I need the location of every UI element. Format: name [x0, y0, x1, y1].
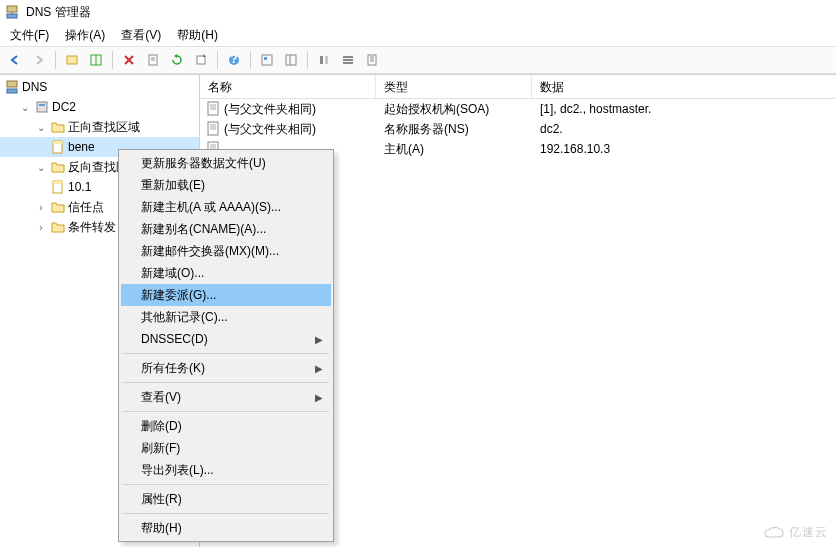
svg-rect-26 [7, 89, 17, 93]
filter-button-1[interactable] [256, 49, 278, 71]
filter-button-2[interactable] [280, 49, 302, 71]
watermark-text: 亿速云 [789, 524, 828, 541]
column-button-1[interactable] [313, 49, 335, 71]
toolbar-separator [250, 51, 251, 69]
export-button[interactable] [190, 49, 212, 71]
cell-type: 主机(A) [376, 141, 532, 158]
svg-rect-20 [343, 62, 353, 64]
ctx-all-tasks[interactable]: 所有任务(K)▶ [121, 357, 331, 379]
svg-rect-1 [7, 14, 17, 18]
menu-view[interactable]: 查看(V) [113, 25, 169, 46]
column-type[interactable]: 类型 [376, 75, 532, 98]
chevron-right-icon: ▶ [315, 334, 323, 345]
ctx-refresh[interactable]: 刷新(F) [121, 437, 331, 459]
cell-data: [1], dc2., hostmaster. [532, 102, 836, 116]
ctx-other-records[interactable]: 其他新记录(C)... [121, 306, 331, 328]
back-button[interactable] [4, 49, 26, 71]
window-title: DNS 管理器 [26, 4, 91, 21]
toolbar: ? [0, 46, 836, 74]
dns-icon [4, 79, 20, 95]
ctx-view[interactable]: 查看(V)▶ [121, 386, 331, 408]
svg-rect-19 [343, 59, 353, 61]
tree-label: 正向查找区域 [68, 119, 140, 136]
tree-root-dns[interactable]: DNS [0, 77, 199, 97]
cell-name: (与父文件夹相同) [224, 121, 316, 138]
record-icon [206, 121, 220, 137]
ctx-new-mx[interactable]: 新建邮件交换器(MX)(M)... [121, 240, 331, 262]
svg-rect-14 [286, 55, 296, 65]
ctx-new-host[interactable]: 新建主机(A 或 AAAA)(S)... [121, 196, 331, 218]
context-menu: 更新服务器数据文件(U) 重新加载(E) 新建主机(A 或 AAAA)(S)..… [118, 149, 334, 542]
column-data[interactable]: 数据 [532, 75, 836, 98]
svg-rect-32 [53, 181, 62, 184]
tree-dc2[interactable]: ⌄ DC2 [0, 97, 199, 117]
ctx-label: 查看(V) [141, 389, 181, 406]
toolbar-separator [307, 51, 308, 69]
toolbar-separator [217, 51, 218, 69]
tree-label: DNS [22, 80, 47, 94]
folder-icon [50, 159, 66, 175]
ctx-dnssec[interactable]: DNSSEC(D)▶ [121, 328, 331, 350]
new-container-button[interactable] [61, 49, 83, 71]
svg-rect-17 [325, 56, 328, 64]
svg-rect-3 [67, 56, 77, 64]
ctx-export[interactable]: 导出列表(L)... [121, 459, 331, 481]
column-name[interactable]: 名称 [200, 75, 376, 98]
svg-rect-28 [39, 104, 45, 106]
record-icon [206, 101, 220, 117]
ctx-label: 所有任务(K) [141, 360, 205, 377]
ctx-delete[interactable]: 删除(D) [121, 415, 331, 437]
refresh-button[interactable] [166, 49, 188, 71]
column-button-3[interactable] [361, 49, 383, 71]
cell-type: 起始授权机构(SOA) [376, 101, 532, 118]
ctx-reload[interactable]: 重新加载(E) [121, 174, 331, 196]
folder-icon [50, 199, 66, 215]
tree-label: 条件转发 [68, 219, 116, 236]
menu-action[interactable]: 操作(A) [57, 25, 113, 46]
show-hide-button[interactable] [85, 49, 107, 71]
list-row[interactable]: (与父文件夹相同) 名称服务器(NS) dc2. [200, 119, 836, 139]
list-row[interactable]: (与父文件夹相同) 起始授权机构(SOA) [1], dc2., hostmas… [200, 99, 836, 119]
watermark: 亿速云 [763, 524, 828, 541]
expander-collapsed-icon[interactable]: › [34, 200, 48, 214]
expander-collapsed-icon[interactable]: › [34, 220, 48, 234]
svg-rect-0 [7, 6, 17, 12]
ctx-update-file[interactable]: 更新服务器数据文件(U) [121, 152, 331, 174]
expander-expanded-icon[interactable]: ⌄ [18, 100, 32, 114]
ctx-separator [123, 353, 329, 354]
expander-expanded-icon[interactable]: ⌄ [34, 120, 48, 134]
svg-rect-16 [320, 56, 323, 64]
cell-name: (与父文件夹相同) [224, 101, 316, 118]
column-button-2[interactable] [337, 49, 359, 71]
zone-file-icon [50, 179, 66, 195]
tree-forward-zones[interactable]: ⌄ 正向查找区域 [0, 117, 199, 137]
svg-rect-18 [343, 56, 353, 58]
expander-expanded-icon[interactable]: ⌄ [34, 160, 48, 174]
ctx-new-delegation[interactable]: 新建委派(G)... [121, 284, 331, 306]
ctx-new-domain[interactable]: 新建域(O)... [121, 262, 331, 284]
cell-data: 192.168.10.3 [532, 142, 836, 156]
ctx-properties[interactable]: 属性(R) [121, 488, 331, 510]
forward-button[interactable] [28, 49, 50, 71]
help-button[interactable]: ? [223, 49, 245, 71]
server-icon [34, 99, 50, 115]
toolbar-separator [112, 51, 113, 69]
svg-rect-13 [264, 57, 267, 60]
svg-rect-9 [197, 56, 205, 64]
chevron-right-icon: ▶ [315, 363, 323, 374]
ctx-help[interactable]: 帮助(H) [121, 517, 331, 539]
ctx-separator [123, 382, 329, 383]
ctx-separator [123, 484, 329, 485]
menu-help[interactable]: 帮助(H) [169, 25, 226, 46]
ctx-separator [123, 411, 329, 412]
svg-rect-30 [53, 141, 62, 144]
properties-button[interactable] [142, 49, 164, 71]
menu-file[interactable]: 文件(F) [2, 25, 57, 46]
menu-bar: 文件(F) 操作(A) 查看(V) 帮助(H) [0, 24, 836, 46]
delete-button[interactable] [118, 49, 140, 71]
ctx-label: DNSSEC(D) [141, 332, 208, 346]
ctx-new-alias[interactable]: 新建别名(CNAME)(A)... [121, 218, 331, 240]
cell-data: dc2. [532, 122, 836, 136]
chevron-right-icon: ▶ [315, 392, 323, 403]
cell-type: 名称服务器(NS) [376, 121, 532, 138]
